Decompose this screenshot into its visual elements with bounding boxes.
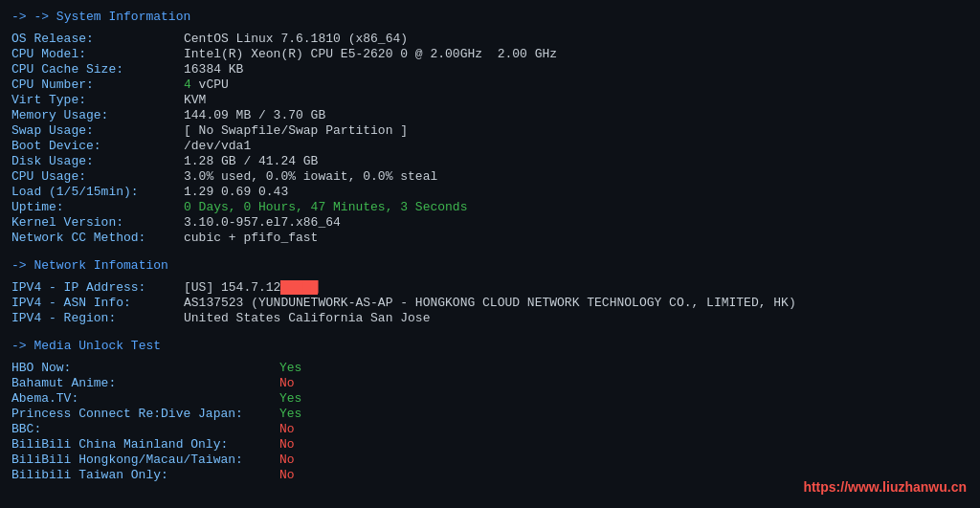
os-value: CentOS Linux 7.6.1810 (x86_64) bbox=[184, 32, 408, 46]
info-row-cpu-model: CPU Model: Intel(R) Xeon(R) CPU E5-2620 … bbox=[11, 47, 969, 61]
network-cc-label: Network CC Method: bbox=[11, 231, 184, 245]
bbc-label: BBC: bbox=[11, 422, 279, 436]
hbo-label: HBO Now: bbox=[11, 361, 279, 375]
info-row-region: IPV4 - Region: United States California … bbox=[11, 311, 969, 325]
princess-label: Princess Connect Re:Dive Japan: bbox=[11, 407, 279, 421]
media-unlock-header: -> Media Unlock Test bbox=[11, 339, 969, 353]
network-info-header: -> Network Infomation bbox=[11, 258, 969, 273]
info-row-virt: Virt Type: KVM bbox=[11, 93, 969, 107]
bahamut-label: Bahamut Anime: bbox=[11, 376, 279, 390]
cpu-cache-value: 16384 KB bbox=[184, 62, 243, 77]
cpu-usage-label: CPU Usage: bbox=[11, 169, 184, 184]
princess-value: Yes bbox=[279, 407, 301, 421]
info-row-swap: Swap Usage: [ No Swapfile/Swap Partition… bbox=[11, 123, 969, 138]
unlock-row-bilibili-hk: BiliBili Hongkong/Macau/Taiwan: No bbox=[11, 453, 969, 467]
watermark: https://www.liuzhanwu.cn bbox=[803, 479, 967, 495]
info-row-kernel: Kernel Version: 3.10.0-957.el7.x86_64 bbox=[11, 215, 969, 230]
info-row-load: Load (1/5/15min): 1.29 0.69 0.43 bbox=[11, 185, 969, 199]
ip-redacted: █████ bbox=[280, 280, 318, 295]
cpu-model-value: Intel(R) Xeon(R) CPU E5-2620 0 @ 2.00GHz… bbox=[184, 47, 557, 61]
info-row-asn: IPV4 - ASN Info: AS137523 (YUNDUNETWORK-… bbox=[11, 296, 969, 310]
ipv4-value: [US] 154.7.12█████ bbox=[184, 280, 318, 295]
info-row-ipv4: IPV4 - IP Address: [US] 154.7.12█████ bbox=[11, 280, 969, 295]
ipv4-label: IPV4 - IP Address: bbox=[11, 280, 184, 295]
virt-value: KVM bbox=[184, 93, 206, 107]
swap-label: Swap Usage: bbox=[11, 123, 184, 138]
info-row-os: OS Release: CentOS Linux 7.6.1810 (x86_6… bbox=[11, 32, 969, 46]
info-row-cpu-number: CPU Number: 4 vCPU bbox=[11, 77, 969, 92]
region-value: United States California San Jose bbox=[184, 311, 430, 325]
bbc-value: No bbox=[279, 422, 295, 436]
network-cc-value: cubic + pfifo_fast bbox=[184, 231, 318, 245]
system-info-title: -> System Information bbox=[33, 10, 190, 24]
memory-label: Memory Usage: bbox=[11, 108, 184, 122]
disk-value: 1.28 GB / 41.24 GB bbox=[184, 154, 318, 168]
load-value: 1.29 0.69 0.43 bbox=[184, 185, 288, 199]
cpu-cache-label: CPU Cache Size: bbox=[11, 62, 184, 77]
boot-label: Boot Device: bbox=[11, 139, 184, 153]
bahamut-value: No bbox=[279, 376, 295, 390]
kernel-label: Kernel Version: bbox=[11, 215, 184, 230]
bilibili-hk-label: BiliBili Hongkong/Macau/Taiwan: bbox=[11, 453, 279, 467]
os-label: OS Release: bbox=[11, 32, 184, 46]
asn-value: AS137523 (YUNDUNETWORK-AS-AP - HONGKONG … bbox=[184, 296, 796, 310]
uptime-label: Uptime: bbox=[11, 200, 184, 214]
kernel-value: 3.10.0-957.el7.x86_64 bbox=[184, 215, 341, 230]
info-row-cpu-cache: CPU Cache Size: 16384 KB bbox=[11, 62, 969, 77]
system-info-header: -> -> System Information bbox=[11, 10, 969, 24]
region-label: IPV4 - Region: bbox=[11, 311, 184, 325]
info-row-uptime: Uptime: 0 Days, 0 Hours, 47 Minutes, 3 S… bbox=[11, 200, 969, 214]
virt-label: Virt Type: bbox=[11, 93, 184, 107]
memory-value: 144.09 MB / 3.70 GB bbox=[184, 108, 325, 122]
cpu-usage-value: 3.0% used, 0.0% iowait, 0.0% steal bbox=[184, 169, 437, 184]
unlock-row-abema: Abema.TV: Yes bbox=[11, 391, 969, 406]
unlock-row-hbo: HBO Now: Yes bbox=[11, 361, 969, 375]
bilibili-cn-label: BiliBili China Mainland Only: bbox=[11, 437, 279, 452]
bilibili-tw-value: No bbox=[279, 468, 295, 482]
asn-label: IPV4 - ASN Info: bbox=[11, 296, 184, 310]
vcpu-count: 4 bbox=[184, 77, 191, 92]
info-row-boot: Boot Device: /dev/vda1 bbox=[11, 139, 969, 153]
cpu-number-label: CPU Number: bbox=[11, 77, 184, 92]
unlock-row-bbc: BBC: No bbox=[11, 422, 969, 436]
arrow-icon-2: -> bbox=[11, 258, 27, 273]
info-row-memory: Memory Usage: 144.09 MB / 3.70 GB bbox=[11, 108, 969, 122]
info-row-disk: Disk Usage: 1.28 GB / 41.24 GB bbox=[11, 154, 969, 168]
abema-label: Abema.TV: bbox=[11, 391, 279, 406]
terminal-window: -> -> System Information OS Release: Cen… bbox=[11, 10, 969, 482]
unlock-row-princess: Princess Connect Re:Dive Japan: Yes bbox=[11, 407, 969, 421]
swap-value: [ No Swapfile/Swap Partition ] bbox=[184, 123, 408, 138]
bilibili-hk-value: No bbox=[279, 453, 295, 467]
media-unlock-title: Media Unlock Test bbox=[33, 339, 161, 353]
bilibili-tw-label: Bilibili Taiwan Only: bbox=[11, 468, 279, 482]
uptime-value: 0 Days, 0 Hours, 47 Minutes, 3 Seconds bbox=[184, 200, 467, 214]
info-row-cpu-usage: CPU Usage: 3.0% used, 0.0% iowait, 0.0% … bbox=[11, 169, 969, 184]
arrow-icon: -> bbox=[11, 10, 27, 24]
network-info-section: -> Network Infomation IPV4 - IP Address:… bbox=[11, 258, 969, 325]
bilibili-cn-value: No bbox=[279, 437, 295, 452]
load-label: Load (1/5/15min): bbox=[11, 185, 184, 199]
boot-value: /dev/vda1 bbox=[184, 139, 251, 153]
arrow-icon-3: -> bbox=[11, 339, 27, 353]
hbo-value: Yes bbox=[279, 361, 301, 375]
media-unlock-section: -> Media Unlock Test HBO Now: Yes Bahamu… bbox=[11, 339, 969, 482]
unlock-row-bilibili-cn: BiliBili China Mainland Only: No bbox=[11, 437, 969, 452]
disk-label: Disk Usage: bbox=[11, 154, 184, 168]
cpu-number-value: 4 vCPU bbox=[184, 77, 229, 92]
abema-value: Yes bbox=[279, 391, 301, 406]
network-info-title: Network Infomation bbox=[33, 258, 167, 273]
cpu-model-label: CPU Model: bbox=[11, 47, 184, 61]
system-info-section: -> -> System Information OS Release: Cen… bbox=[11, 10, 969, 245]
unlock-row-bahamut: Bahamut Anime: No bbox=[11, 376, 969, 390]
info-row-network-cc: Network CC Method: cubic + pfifo_fast bbox=[11, 231, 969, 245]
